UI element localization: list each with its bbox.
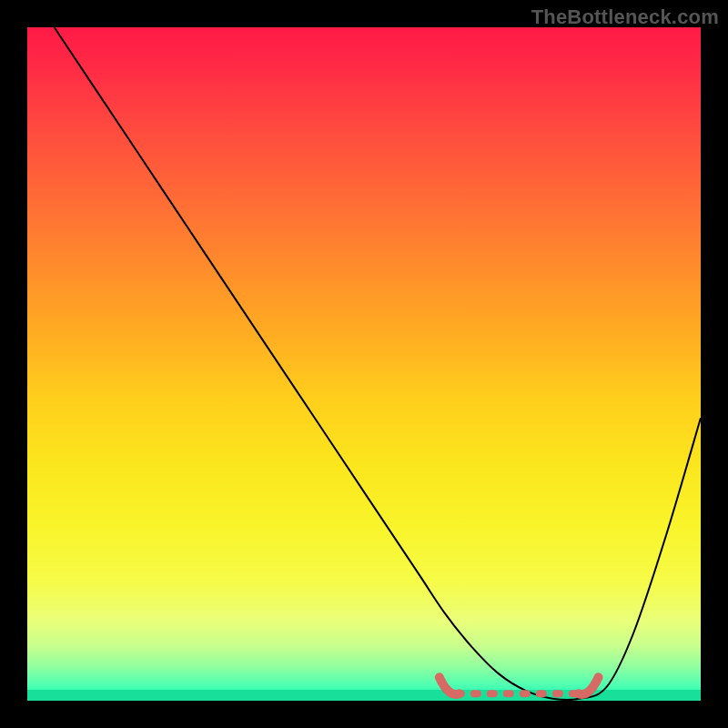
plot-area — [27, 27, 701, 701]
curve-svg — [27, 27, 701, 701]
minimum-marker-right-lobe — [579, 677, 599, 694]
minimum-marker-left-lobe — [440, 677, 460, 694]
bottleneck-curve — [55, 27, 701, 700]
chart-frame: TheBottleneck.com — [0, 0, 728, 728]
watermark-text: TheBottleneck.com — [531, 5, 719, 29]
